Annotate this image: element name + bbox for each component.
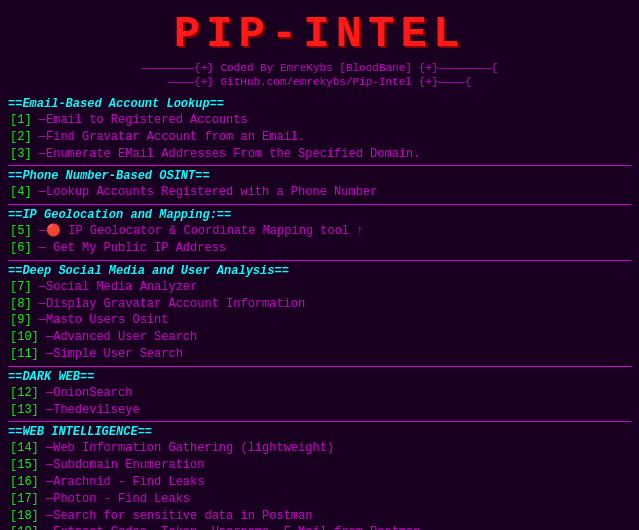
section-webintel-header: ==WEB INTELLIGENCE== xyxy=(8,425,631,439)
menu-item-6[interactable]: [6] — Get My Public IP Address xyxy=(8,240,631,257)
credit-left-2: ————{+} GitHub.com/emrekybs/Pip-Intel {+… xyxy=(168,76,472,88)
menu-item-10[interactable]: [10] —Advanced User Search xyxy=(8,329,631,346)
menu-item-14[interactable]: [14] —Web Information Gathering (lightwe… xyxy=(8,440,631,457)
credit-line-2: ————{+} GitHub.com/emrekybs/Pip-Intel {+… xyxy=(8,76,631,88)
menu-item-5[interactable]: [5] —🔴 IP Geolocator & Coordinate Mappin… xyxy=(8,223,631,240)
menu-text-9: —Masto Users Osint xyxy=(32,313,169,327)
menu-text-6: — Get My Public IP Address xyxy=(32,241,226,255)
menu-item-4[interactable]: [4] —Lookup Accounts Registered with a P… xyxy=(8,184,631,201)
section-webintel-title: WEB INTELLIGENCE xyxy=(22,425,137,439)
section-webintel-eq-right: == xyxy=(138,425,152,439)
menu-item-16[interactable]: [16] —Arachnid - Find Leaks xyxy=(8,474,631,491)
divider-3 xyxy=(8,260,631,261)
menu-num-10: [10] xyxy=(10,330,39,344)
menu-num-19: [19] xyxy=(10,525,39,530)
menu-item-12[interactable]: [12] —OnionSearch xyxy=(8,385,631,402)
menu-num-17: [17] xyxy=(10,492,39,506)
menu-text-10: —Advanced User Search xyxy=(39,330,197,344)
section-social-eq-left: == xyxy=(8,264,22,278)
menu-item-8[interactable]: [8] —Display Gravatar Account Informatio… xyxy=(8,296,631,313)
credit-line-1: ————————{+} Coded By EmreKybs [BloodBane… xyxy=(8,62,631,74)
menu-item-9[interactable]: [9] —Masto Users Osint xyxy=(8,312,631,329)
divider-2 xyxy=(8,204,631,205)
section-email-header: ==Email-Based Account Lookup== xyxy=(8,97,631,111)
section-darkweb-title: DARK WEB xyxy=(22,370,80,384)
menu-num-3: [3] xyxy=(10,147,32,161)
menu-num-16: [16] xyxy=(10,475,39,489)
menu-num-14: [14] xyxy=(10,441,39,455)
menu-num-5: [5] xyxy=(10,224,32,238)
menu-num-15: [15] xyxy=(10,458,39,472)
menu-num-9: [9] xyxy=(10,313,32,327)
menu-text-15: —Subdomain Enumeration xyxy=(39,458,205,472)
pin-icon: 🔴 xyxy=(46,224,61,238)
section-darkweb-eq-left: == xyxy=(8,370,22,384)
menu-num-11: [11] xyxy=(10,347,39,361)
menu-item-18[interactable]: [18] —Search for sensitive data in Postm… xyxy=(8,508,631,525)
menu-text-18: —Search for sensitive data in Postman xyxy=(39,509,313,523)
menu-num-8: [8] xyxy=(10,297,32,311)
menu-text-14: —Web Information Gathering (lightweight) xyxy=(39,441,334,455)
section-email-eq-left: == xyxy=(8,97,22,111)
header: PIP-INTEL ————————{+} Coded By EmreKybs … xyxy=(0,0,639,92)
section-geo-header: ==IP Geolocation and Mapping:== xyxy=(8,208,631,222)
menu-item-7[interactable]: [7] —Social Media Analyzer xyxy=(8,279,631,296)
divider-1 xyxy=(8,165,631,166)
menu-text-4: —Lookup Accounts Registered with a Phone… xyxy=(32,185,378,199)
menu-item-13[interactable]: [13] —Thedevilseye xyxy=(8,402,631,419)
menu-text-13: —Thedevilseye xyxy=(39,403,140,417)
section-phone-eq-right: == xyxy=(195,169,209,183)
section-social-header: ==Deep Social Media and User Analysis== xyxy=(8,264,631,278)
menu-num-4: [4] xyxy=(10,185,32,199)
menu-text-5b: IP Geolocator & Coordinate Mapping tool … xyxy=(61,224,363,238)
menu-num-1: [1] xyxy=(10,113,32,127)
menu-item-15[interactable]: [15] —Subdomain Enumeration xyxy=(8,457,631,474)
section-phone-title: Phone Number-Based OSINT xyxy=(22,169,195,183)
section-social-title: Deep Social Media and User Analysis xyxy=(22,264,274,278)
menu-num-7: [7] xyxy=(10,280,32,294)
section-phone-eq-left: == xyxy=(8,169,22,183)
menu-num-6: [6] xyxy=(10,241,32,255)
credit-left-1: ————————{+} Coded By EmreKybs [BloodBane… xyxy=(141,62,497,74)
section-social-eq-right: == xyxy=(274,264,288,278)
section-email-eq-right: == xyxy=(210,97,224,111)
divider-5 xyxy=(8,421,631,422)
menu-item-1[interactable]: [1] —Email to Registered Accounts xyxy=(8,112,631,129)
menu-num-13: [13] xyxy=(10,403,39,417)
menu-text-8: —Display Gravatar Account Information xyxy=(32,297,306,311)
app-title: PIP-INTEL xyxy=(8,12,631,56)
divider-4 xyxy=(8,366,631,367)
menu-item-3[interactable]: [3] —Enumerate EMail Addresses From the … xyxy=(8,146,631,163)
menu-num-18: [18] xyxy=(10,509,39,523)
menu-text-7: —Social Media Analyzer xyxy=(32,280,198,294)
menu-text-17: —Photon - Find Leaks xyxy=(39,492,190,506)
menu-text-3: —Enumerate EMail Addresses From the Spec… xyxy=(32,147,421,161)
title-bar: PIP-INTEL xyxy=(8,6,631,60)
section-geo-eq-left: == xyxy=(8,208,22,222)
menu-text-12: —OnionSearch xyxy=(39,386,133,400)
menu-text-19: —Extract Codes, Token, Username, E-Mail … xyxy=(39,525,428,530)
section-phone-header: ==Phone Number-Based OSINT== xyxy=(8,169,631,183)
section-darkweb-eq-right: == xyxy=(80,370,94,384)
menu-text-2: —Find Gravatar Account from an Email. xyxy=(32,130,306,144)
app: PIP-INTEL ————————{+} Coded By EmreKybs … xyxy=(0,0,639,530)
menu-item-11[interactable]: [11] —Simple User Search xyxy=(8,346,631,363)
main-content: ==Email-Based Account Lookup== [1] —Emai… xyxy=(0,92,639,530)
section-email-title: Email-Based Account Lookup xyxy=(22,97,209,111)
menu-text-1: —Email to Registered Accounts xyxy=(32,113,248,127)
menu-item-2[interactable]: [2] —Find Gravatar Account from an Email… xyxy=(8,129,631,146)
section-webintel-eq-left: == xyxy=(8,425,22,439)
section-geo-eq-right: == xyxy=(217,208,231,222)
menu-num-2: [2] xyxy=(10,130,32,144)
menu-text-5: — xyxy=(32,224,46,238)
section-darkweb-header: ==DARK WEB== xyxy=(8,370,631,384)
menu-item-17[interactable]: [17] —Photon - Find Leaks xyxy=(8,491,631,508)
menu-text-16: —Arachnid - Find Leaks xyxy=(39,475,205,489)
menu-text-11: —Simple User Search xyxy=(39,347,183,361)
menu-item-19[interactable]: [19] —Extract Codes, Token, Username, E-… xyxy=(8,524,631,530)
menu-num-12: [12] xyxy=(10,386,39,400)
section-geo-title: IP Geolocation and Mapping: xyxy=(22,208,216,222)
